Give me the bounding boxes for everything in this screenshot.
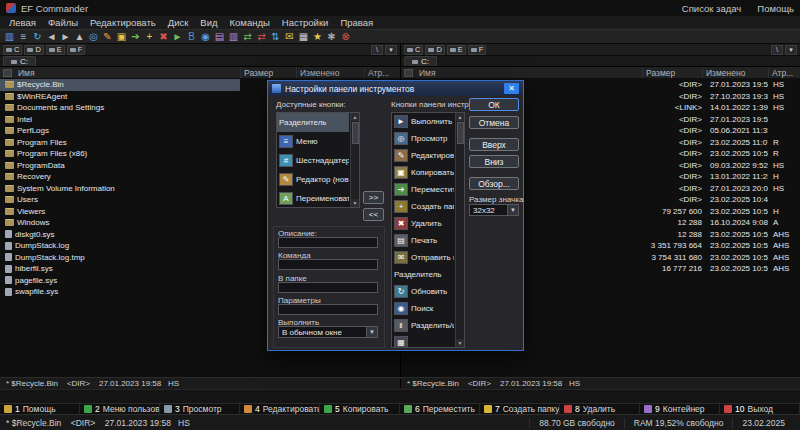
available-button-item[interactable]: # Шестнадцатеричный ред <box>277 151 349 170</box>
drive-dropdown-icon[interactable]: ▾ <box>385 45 397 55</box>
search-icon[interactable]: ◉ <box>199 30 212 43</box>
edit-icon[interactable]: ✎ <box>101 30 114 43</box>
scrollbar[interactable]: ▲ ▼ <box>455 113 464 347</box>
toolbar-buttons-list[interactable]: ▲ ▼ ► Выполнить ◎ Просмотр <box>391 112 465 348</box>
function-key[interactable]: 3 Просмотр <box>160 404 240 414</box>
column-header-name[interactable]: Имя <box>416 67 642 78</box>
available-button-item[interactable]: Разделитель <box>277 113 349 132</box>
command-input[interactable] <box>278 259 378 270</box>
up-icon[interactable]: ▲ <box>73 30 86 43</box>
panel-menu-icon[interactable] <box>404 69 413 77</box>
menu-item[interactable]: Настройки <box>276 17 335 28</box>
back-icon[interactable]: ◄ <box>45 30 58 43</box>
column-header-size[interactable]: Размер <box>240 67 296 78</box>
function-key[interactable]: 7 Создать папку <box>480 404 560 414</box>
close-icon[interactable]: ✕ <box>504 83 519 94</box>
toolbar-button-item[interactable]: Разделитель <box>392 266 454 283</box>
column-header-modified[interactable]: Изменено <box>296 67 364 78</box>
menu-item[interactable]: Файлы <box>42 17 84 28</box>
function-key[interactable]: 4 Редактировать <box>240 404 320 414</box>
left-panel-tab[interactable]: C: <box>3 56 36 66</box>
toolbar-button-item[interactable]: ✉ Отправить по электрон <box>392 249 454 266</box>
favorites-icon[interactable]: ★ <box>311 30 324 43</box>
move-down-button[interactable]: Вниз <box>469 155 519 168</box>
remove-button[interactable]: << <box>363 208 384 221</box>
add-button[interactable]: >> <box>363 191 384 204</box>
toolbar-button-item[interactable]: ‖ Разделить/соединить <box>392 317 454 334</box>
toolbar-button-item[interactable]: ↻ Обновить <box>392 283 454 300</box>
drive-button[interactable]: C <box>404 45 423 55</box>
root-button[interactable]: \ <box>371 45 383 55</box>
disconnect-icon[interactable]: ⇄ <box>255 30 268 43</box>
available-buttons-list[interactable]: ▲ ▼ Разделитель ≡ Меню <box>276 112 360 208</box>
refresh-icon[interactable]: ↻ <box>31 30 44 43</box>
column-header-size[interactable]: Размер <box>642 67 702 78</box>
toolbar-button-item[interactable]: ➔ Переместить <box>392 181 454 198</box>
tree-icon[interactable]: ≡ <box>17 30 30 43</box>
menu-item[interactable]: Правая <box>334 17 379 28</box>
mail-icon[interactable]: ✉ <box>283 30 296 43</box>
menu-item[interactable]: Диск <box>162 17 195 28</box>
toolbar-button-item[interactable]: ▦ <box>392 334 454 348</box>
function-key[interactable]: 1 Помощь <box>0 404 80 414</box>
toolbar-button-item[interactable]: ✎ Редактировать <box>392 147 454 164</box>
execute-mode-select[interactable]: В обычном окне ▼ <box>278 326 378 338</box>
menu-item[interactable]: Редактировать <box>84 17 162 28</box>
scroll-down-icon[interactable]: ▼ <box>456 339 465 347</box>
connect-icon[interactable]: ⇄ <box>241 30 254 43</box>
scroll-down-icon[interactable]: ▼ <box>351 199 360 207</box>
drive-button[interactable]: D <box>425 45 444 55</box>
folder-input[interactable] <box>278 282 378 293</box>
mkdir-icon[interactable]: + <box>143 30 156 43</box>
column-header-modified[interactable]: Изменено <box>702 67 768 78</box>
column-header-attr[interactable]: Атр... <box>364 67 394 78</box>
right-panel-tab[interactable]: C: <box>404 56 437 66</box>
panels-icon[interactable]: ▥ <box>3 30 16 43</box>
description-input[interactable] <box>278 237 378 248</box>
delete-icon[interactable]: ✖ <box>157 30 170 43</box>
panel-menu-icon[interactable] <box>3 69 12 77</box>
parameters-input[interactable] <box>278 304 378 315</box>
move-icon[interactable]: ➔ <box>129 30 142 43</box>
toolbar-button-item[interactable]: ◉ Поиск <box>392 300 454 317</box>
scroll-up-icon[interactable]: ▲ <box>456 113 465 121</box>
function-key[interactable]: 5 Копировать <box>320 404 400 414</box>
print-icon[interactable]: ▦ <box>297 30 310 43</box>
unpack-icon[interactable]: ▥ <box>227 30 240 43</box>
menu-item[interactable]: Левая <box>3 17 42 28</box>
toolbar-button-item[interactable]: + Создать папку <box>392 198 454 215</box>
exit-icon[interactable]: ⊗ <box>339 30 352 43</box>
forward-icon[interactable]: ► <box>59 30 72 43</box>
tasklist-menu[interactable]: Список задач <box>682 3 741 14</box>
column-header-name[interactable]: Имя <box>15 67 240 78</box>
scroll-thumb[interactable] <box>352 122 359 144</box>
ok-button[interactable]: ОК <box>469 98 519 111</box>
function-key[interactable]: 10 Выход <box>720 404 800 414</box>
command-line[interactable] <box>0 389 800 403</box>
root-button[interactable]: \ <box>771 45 783 55</box>
toolbar-button-item[interactable]: ◎ Просмотр <box>392 130 454 147</box>
pack-icon[interactable]: ▤ <box>213 30 226 43</box>
settings-icon[interactable]: ✱ <box>325 30 338 43</box>
cancel-button[interactable]: Отмена <box>469 116 519 129</box>
browse-button[interactable]: Обзор... <box>469 177 519 190</box>
available-button-item[interactable]: A Переименовать <box>277 189 349 208</box>
hex-editor-icon[interactable]: B <box>185 30 198 43</box>
function-key[interactable]: 2 Меню пользователя <box>80 404 160 414</box>
menu-item[interactable]: Вид <box>194 17 223 28</box>
sync-icon[interactable]: ⇅ <box>269 30 282 43</box>
drive-button[interactable]: D <box>24 45 43 55</box>
function-key[interactable]: 8 Удалить <box>560 404 640 414</box>
view-icon[interactable]: ◎ <box>87 30 100 43</box>
function-key[interactable]: 9 Контейнер <box>640 404 720 414</box>
drive-button[interactable]: F <box>67 45 86 55</box>
available-button-item[interactable]: ✎ Редактор (новый) <box>277 170 349 189</box>
copy-icon[interactable]: ▣ <box>115 30 128 43</box>
toolbar-button-item[interactable]: ► Выполнить <box>392 113 454 130</box>
help-menu[interactable]: Помощь <box>757 3 794 14</box>
column-header-attr[interactable]: Атр... <box>768 67 794 78</box>
scroll-thumb[interactable] <box>457 122 464 144</box>
scroll-up-icon[interactable]: ▲ <box>351 113 360 121</box>
function-key[interactable]: 6 Переместить <box>400 404 480 414</box>
run-icon[interactable]: ► <box>171 30 184 43</box>
